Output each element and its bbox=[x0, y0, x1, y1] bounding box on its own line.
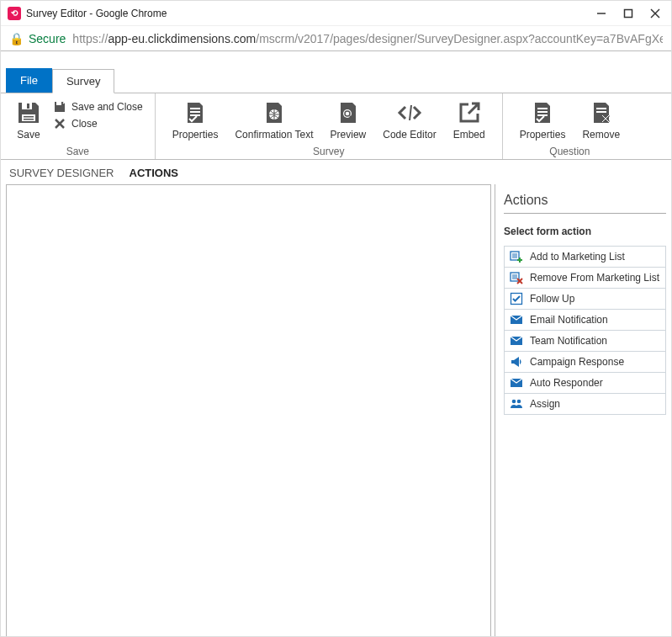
mail-icon bbox=[510, 334, 523, 348]
ribbon-group-question: Properties Remove Question bbox=[502, 93, 637, 159]
svg-rect-19 bbox=[537, 108, 548, 109]
code-icon bbox=[395, 100, 424, 125]
action-item-label: Email Notification bbox=[530, 314, 608, 326]
panel-title: Actions bbox=[504, 189, 666, 214]
question-properties-button[interactable]: Properties bbox=[511, 97, 574, 144]
action-item[interactable]: Add to Marketing List bbox=[504, 246, 666, 267]
ribbon-group-label: Save bbox=[9, 144, 146, 157]
tab-survey-designer[interactable]: SURVEY DESIGNER bbox=[9, 167, 114, 179]
tab-file[interactable]: File bbox=[6, 68, 52, 93]
action-item[interactable]: Email Notification bbox=[504, 309, 666, 330]
properties-button[interactable]: Properties bbox=[164, 97, 227, 144]
globe-page-icon bbox=[260, 100, 288, 125]
svg-rect-8 bbox=[24, 119, 34, 120]
svg-rect-1 bbox=[625, 9, 632, 17]
ribbon-group-save: Save Save and Close Close Save bbox=[1, 93, 155, 159]
svg-rect-5 bbox=[27, 104, 29, 109]
list-remove-icon bbox=[510, 271, 523, 284]
ribbon-group-survey: Properties Confirmation Text Preview Cod… bbox=[155, 93, 502, 159]
action-item-label: Auto Responder bbox=[530, 377, 603, 389]
svg-rect-12 bbox=[190, 108, 200, 109]
mail-icon bbox=[510, 376, 523, 390]
svg-rect-20 bbox=[537, 111, 548, 113]
close-icon bbox=[53, 117, 66, 130]
secure-label: Secure bbox=[29, 32, 66, 45]
save-close-icon bbox=[53, 100, 66, 114]
ribbon-group-label: Question bbox=[511, 144, 628, 157]
url-text: https://app-eu.clickdimensions.com/mscrm… bbox=[72, 32, 663, 45]
svg-rect-9 bbox=[56, 102, 61, 105]
question-remove-button[interactable]: Remove bbox=[574, 97, 628, 144]
action-item-label: Remove From Marketing List bbox=[530, 272, 659, 284]
window-close-button[interactable] bbox=[649, 8, 661, 19]
lock-icon: 🔒 bbox=[9, 32, 24, 45]
app-favicon: ⟲ bbox=[8, 7, 21, 20]
remove-icon bbox=[587, 100, 616, 125]
panel-subtitle: Select form action bbox=[504, 226, 666, 237]
action-list: Add to Marketing ListRemove From Marketi… bbox=[504, 246, 666, 415]
embed-icon bbox=[455, 100, 484, 125]
svg-point-44 bbox=[512, 400, 516, 404]
action-item-label: Add to Marketing List bbox=[530, 251, 625, 263]
action-item[interactable]: Campaign Response bbox=[504, 351, 666, 372]
action-item[interactable]: Follow Up bbox=[504, 288, 666, 309]
properties-icon bbox=[181, 100, 209, 125]
action-item-label: Follow Up bbox=[530, 293, 574, 305]
window-maximize-button[interactable] bbox=[622, 8, 634, 19]
svg-rect-7 bbox=[24, 116, 34, 118]
menu-tabs: File Survey bbox=[1, 68, 671, 93]
tab-actions[interactable]: ACTIONS bbox=[130, 167, 179, 179]
list-add-icon bbox=[510, 250, 523, 263]
action-item[interactable]: Assign bbox=[504, 393, 666, 415]
people-icon bbox=[510, 397, 523, 411]
properties-icon bbox=[528, 100, 557, 125]
svg-rect-23 bbox=[596, 111, 606, 113]
close-button[interactable]: Close bbox=[53, 117, 143, 130]
mail-icon bbox=[510, 313, 523, 326]
megaphone-icon bbox=[510, 355, 523, 369]
action-item-label: Campaign Response bbox=[530, 356, 624, 368]
svg-rect-22 bbox=[596, 108, 606, 109]
embed-button[interactable]: Embed bbox=[445, 97, 494, 144]
designer-tabs: SURVEY DESIGNER ACTIONS bbox=[1, 160, 671, 184]
action-item[interactable]: Auto Responder bbox=[504, 372, 666, 393]
preview-button[interactable]: Preview bbox=[322, 97, 375, 144]
window-title: Survey Editor - Google Chrome bbox=[26, 8, 595, 19]
preview-icon bbox=[334, 100, 362, 125]
svg-rect-21 bbox=[537, 114, 548, 116]
ribbon-group-label: Survey bbox=[164, 144, 494, 157]
action-item[interactable]: Remove From Marketing List bbox=[504, 267, 666, 288]
check-icon bbox=[510, 292, 523, 305]
svg-rect-13 bbox=[190, 111, 200, 113]
design-canvas[interactable] bbox=[6, 184, 491, 637]
save-and-close-button[interactable]: Save and Close bbox=[53, 100, 143, 114]
window-titlebar: ⟲ Survey Editor - Google Chrome bbox=[1, 1, 671, 26]
actions-panel: Actions Select form action Add to Market… bbox=[495, 184, 671, 637]
action-item-label: Assign bbox=[530, 398, 560, 410]
save-icon bbox=[14, 98, 43, 127]
confirmation-text-button[interactable]: Confirmation Text bbox=[226, 97, 321, 144]
svg-rect-6 bbox=[22, 114, 35, 121]
code-editor-button[interactable]: Code Editor bbox=[374, 97, 444, 144]
action-item[interactable]: Team Notification bbox=[504, 330, 666, 351]
window-minimize-button[interactable] bbox=[595, 8, 607, 19]
tab-survey[interactable]: Survey bbox=[52, 69, 114, 93]
save-button[interactable]: Save bbox=[9, 97, 48, 142]
browser-address-bar[interactable]: 🔒 Secure https://app-eu.clickdimensions.… bbox=[1, 26, 671, 51]
svg-rect-14 bbox=[190, 114, 200, 116]
action-item-label: Team Notification bbox=[530, 335, 607, 347]
svg-point-45 bbox=[517, 400, 521, 404]
ribbon-toolbar: Save Save and Close Close Save bbox=[1, 93, 671, 160]
